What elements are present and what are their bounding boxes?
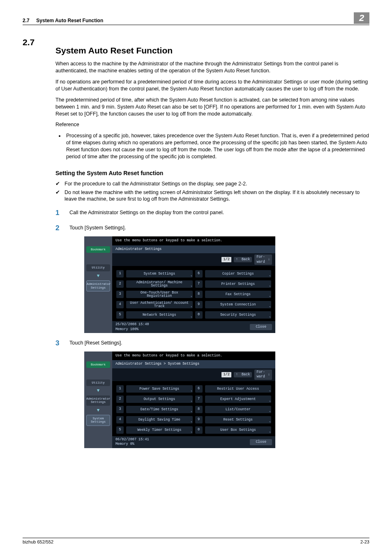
- menu-option[interactable]: Power Save Settings: [126, 385, 193, 393]
- panel-footer-info: 25/02/2008 15:40 Memory 100%: [115, 322, 149, 332]
- option-number: 7: [195, 280, 203, 288]
- back-button[interactable]: ↑ Back: [234, 372, 252, 377]
- precondition-list: For the procedure to call the Administra…: [55, 180, 369, 203]
- step-text: Touch [Reset Settings].: [69, 339, 369, 348]
- footer-left: bizhub 652/552: [23, 539, 53, 545]
- menu-option[interactable]: Security Settings: [205, 311, 272, 319]
- option-number: 8: [195, 291, 203, 298]
- panel-instruction: Use the menu buttons or keypad to make a…: [112, 352, 275, 360]
- header-section-ref: 2.7: [23, 18, 30, 23]
- section-title: System Auto Reset Function: [55, 45, 173, 56]
- bookmark-button[interactable]: Bookmark: [86, 361, 110, 368]
- menu-option[interactable]: Date/Time Settings: [126, 406, 193, 413]
- step-number: 3: [55, 339, 62, 348]
- forward-button[interactable]: For-ward ↓: [254, 370, 272, 380]
- option-number: 6: [195, 385, 203, 393]
- side-nav: Bookmark Utility ▼ Administrator Setting…: [84, 236, 112, 333]
- option-number: 8: [195, 406, 203, 413]
- step-text: Touch [System Settings].: [69, 224, 369, 233]
- option-number: 3: [116, 406, 124, 413]
- page-indicator: 1/2: [221, 257, 231, 262]
- panel-footer-info: 06/02/2007 15:41 Memory 0%: [115, 437, 149, 447]
- utility-button[interactable]: Utility: [86, 264, 110, 271]
- menu-option[interactable]: One-Touch/User Box Registration: [126, 291, 193, 298]
- option-number: 2: [116, 395, 124, 403]
- option-number: 2: [116, 280, 124, 288]
- menu-option[interactable]: Administrator/ Machine Settings: [126, 280, 193, 288]
- option-number: 1: [116, 270, 124, 278]
- system-settings-button[interactable]: System Settings: [86, 415, 110, 426]
- back-button[interactable]: ↑ Back: [234, 257, 252, 262]
- header-section-title: System Auto Reset Function: [36, 18, 103, 23]
- menu-option[interactable]: User Authentication/ Account Track: [126, 301, 193, 308]
- intro-p3: The predetermined period of time, after …: [55, 97, 369, 118]
- chevron-down-icon: ▼: [97, 409, 100, 412]
- menu-option[interactable]: Network Settings: [126, 311, 193, 319]
- close-button[interactable]: Close: [250, 324, 272, 330]
- chevron-down-icon: ▼: [97, 389, 100, 392]
- reference-label: Reference: [55, 121, 369, 128]
- intro-p1: When access to the machine by the Admini…: [55, 60, 369, 74]
- menu-option[interactable]: System Connection: [205, 301, 272, 308]
- option-number: 3: [116, 291, 124, 298]
- utility-button[interactable]: Utility: [86, 379, 110, 386]
- menu-option[interactable]: Fax Settings: [205, 291, 272, 298]
- option-number: 0: [195, 426, 203, 434]
- page-indicator: 1/2: [221, 372, 231, 377]
- option-number: 6: [195, 270, 203, 278]
- admin-settings-button[interactable]: Administrator Settings: [86, 280, 110, 291]
- bookmark-button[interactable]: Bookmark: [86, 246, 110, 253]
- menu-option[interactable]: Restrict User Access: [205, 385, 272, 393]
- chapter-number-badge: 2: [354, 12, 369, 24]
- menu-option[interactable]: Printer Settings: [205, 280, 272, 288]
- precondition-2: Do not leave the machine with the settin…: [55, 189, 369, 203]
- option-number: 9: [195, 301, 203, 308]
- panel-breadcrumb: Administrator Settings: [112, 245, 275, 253]
- menu-option[interactable]: Weekly Timer Settings: [126, 426, 193, 434]
- up-arrow-icon: ↑: [236, 372, 238, 377]
- option-number: 4: [116, 416, 124, 423]
- panel-breadcrumb: Administrator Settings > System Settings: [112, 360, 275, 368]
- option-number: 5: [116, 426, 124, 434]
- menu-option[interactable]: Reset Settings: [205, 416, 272, 423]
- option-number: 7: [195, 395, 203, 403]
- footer-right: 2-23: [360, 539, 369, 545]
- panel-instruction: Use the menu buttons or keypad to make a…: [112, 236, 275, 245]
- down-arrow-icon: ↓: [268, 257, 270, 262]
- menu-option[interactable]: System Settings: [126, 270, 193, 278]
- section-number: 2.7: [23, 37, 43, 60]
- screenshot-admin-settings: Bookmark Utility ▼ Administrator Setting…: [84, 236, 275, 333]
- step-text: Call the Administrator Settings on the d…: [69, 208, 369, 218]
- menu-option[interactable]: List/Counter: [205, 406, 272, 413]
- up-arrow-icon: ↑: [236, 257, 238, 262]
- subsection-heading: Setting the System Auto Reset function: [55, 169, 369, 177]
- screenshot-system-settings: Bookmark Utility ▼ Administrator Setting…: [84, 352, 275, 448]
- admin-settings-button[interactable]: Administrator Settings: [86, 395, 110, 406]
- step-number: 2: [55, 224, 62, 233]
- option-number: 9: [195, 416, 203, 423]
- running-header: 2.7 System Auto Reset Function 2: [23, 12, 369, 25]
- reference-list: Processing of a specific job, however, t…: [65, 132, 369, 160]
- menu-option[interactable]: Expert Adjustment: [205, 395, 272, 403]
- menu-option[interactable]: Output Settings: [126, 395, 193, 403]
- option-number: 4: [116, 301, 124, 308]
- intro-p2: If no operations are performed for a pre…: [55, 79, 369, 92]
- side-nav: Bookmark Utility ▼ Administrator Setting…: [84, 352, 112, 448]
- menu-option[interactable]: Daylight Saving Time: [126, 416, 193, 423]
- menu-option[interactable]: Copier Settings: [205, 270, 272, 278]
- forward-button[interactable]: ForwardFor-ward ↓: [254, 254, 272, 265]
- chevron-down-icon: ▼: [97, 275, 100, 278]
- option-number: 5: [116, 311, 124, 319]
- close-button[interactable]: Close: [250, 439, 272, 445]
- page-footer: bizhub 652/552 2-23: [23, 538, 369, 545]
- step-number: 1: [55, 208, 62, 218]
- option-number: 1: [116, 385, 124, 393]
- down-arrow-icon: ↓: [268, 372, 270, 377]
- menu-option[interactable]: User Box Settings: [205, 426, 272, 434]
- option-number: 0: [195, 311, 203, 319]
- reference-item: Processing of a specific job, however, t…: [65, 132, 369, 160]
- precondition-1: For the procedure to call the Administra…: [55, 180, 369, 187]
